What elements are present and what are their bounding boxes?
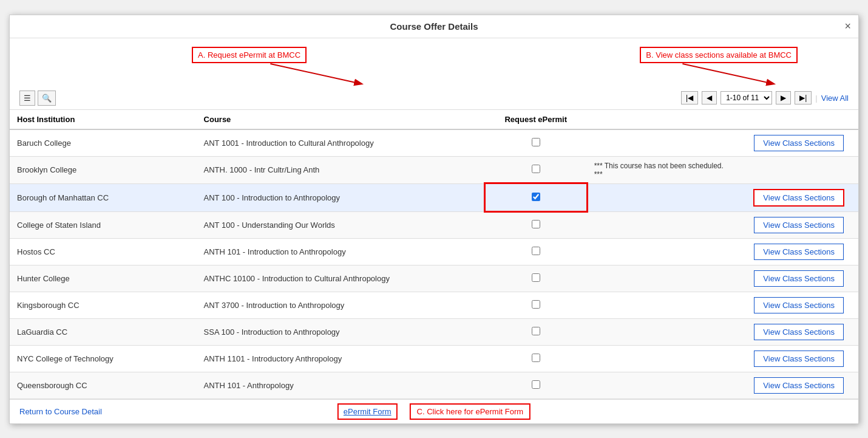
cell-permit-checkbox[interactable] xyxy=(485,292,587,318)
cell-permit-checkbox[interactable] xyxy=(485,345,587,372)
cell-permit-checkbox[interactable] xyxy=(485,318,587,345)
cell-note: *** This course has not been scheduled. … xyxy=(587,156,740,183)
cell-institution: Baruch College xyxy=(10,129,197,157)
table-row: NYC College of TechnologyANTH 1101 - Int… xyxy=(10,345,858,372)
cell-institution: Borough of Manhattan CC xyxy=(10,183,197,211)
permit-checkbox[interactable] xyxy=(532,193,540,201)
epermit-form-link[interactable]: ePermit Form xyxy=(337,403,398,420)
cell-institution: Kingsborough CC xyxy=(10,292,197,318)
cell-note xyxy=(587,372,740,399)
cell-institution: Brooklyn College xyxy=(10,156,197,183)
cell-institution: Hostos CC xyxy=(10,238,197,265)
cell-permit-checkbox[interactable] xyxy=(485,238,587,265)
cell-course: ANT 1001 - Introduction to Cultural Anth… xyxy=(197,129,485,157)
modal-header: Course Offer Details × xyxy=(10,15,858,38)
last-page-button[interactable]: ▶| xyxy=(795,91,812,104)
course-table: Host Institution Course Request ePermit … xyxy=(10,110,858,399)
table-row: Baruch CollegeANT 1001 - Introduction to… xyxy=(10,129,858,157)
cell-course: ANT 100 - Introduction to Anthropology xyxy=(197,183,485,211)
grid-icon: ☰ xyxy=(24,94,31,103)
cell-permit-checkbox[interactable] xyxy=(485,265,587,292)
header-course: Course xyxy=(197,110,485,129)
cell-action: View Class Sections xyxy=(739,345,858,372)
cell-note xyxy=(587,211,740,238)
cell-course: ANT 3700 - Introduction to Anthropology xyxy=(197,292,485,318)
view-class-sections-button[interactable]: View Class Sections xyxy=(754,217,844,233)
first-page-button[interactable]: |◀ xyxy=(681,91,698,104)
view-class-sections-button[interactable]: View Class Sections xyxy=(754,135,844,151)
table-row: Brooklyn CollegeANTH. 1000 - Intr Cultr/… xyxy=(10,156,858,183)
cell-institution: NYC College of Technology xyxy=(10,345,197,372)
permit-checkbox[interactable] xyxy=(532,380,540,389)
cell-permit-checkbox[interactable] xyxy=(485,156,587,183)
table-row: College of Staten IslandANT 100 - Unders… xyxy=(10,211,858,238)
next-page-button[interactable]: ▶ xyxy=(776,91,791,104)
prev-page-button[interactable]: ◀ xyxy=(702,91,717,104)
cell-note xyxy=(587,129,740,157)
cell-action: View Class Sections xyxy=(739,265,858,292)
annotation-c: C. Click here for ePermit Form xyxy=(410,403,531,420)
modal-container: Course Offer Details × A. Request ePermi… xyxy=(9,15,859,424)
modal-title: Course Offer Details xyxy=(390,21,478,32)
search-button[interactable]: 🔍 xyxy=(38,91,56,106)
cell-action xyxy=(739,156,858,183)
svg-line-1 xyxy=(682,64,773,84)
cell-institution: LaGuardia CC xyxy=(10,318,197,345)
toolbar: ☰ 🔍 |◀ ◀ 1-10 of 11 ▶ ▶| | View All xyxy=(10,87,858,110)
header-note xyxy=(587,110,740,129)
header-permit: Request ePermit xyxy=(485,110,587,129)
cell-action: View Class Sections xyxy=(739,318,858,345)
permit-checkbox[interactable] xyxy=(532,300,540,309)
cell-course: ANTH 101 - Anthropology xyxy=(197,372,485,399)
toolbar-left: ☰ 🔍 xyxy=(19,91,56,106)
view-all-link[interactable]: View All xyxy=(821,94,849,103)
grid-view-button[interactable]: ☰ xyxy=(19,91,35,106)
table-row: Queensborough CCANTH 101 - AnthropologyV… xyxy=(10,372,858,399)
permit-checkbox[interactable] xyxy=(532,327,540,335)
table-row: Borough of Manhattan CCANT 100 - Introdu… xyxy=(10,183,858,211)
cell-course: SSA 100 - Introduction to Anthropology xyxy=(197,318,485,345)
cell-course: ANTH. 1000 - Intr Cultr/Ling Anth xyxy=(197,156,485,183)
table-row: Kingsborough CCANT 3700 - Introduction t… xyxy=(10,292,858,318)
permit-checkbox[interactable] xyxy=(532,354,540,362)
cell-course: ANTH 1101 - Introductory Anthropology xyxy=(197,345,485,372)
cell-action: View Class Sections xyxy=(739,129,858,157)
cell-action: View Class Sections xyxy=(739,211,858,238)
cell-course: ANTHC 10100 - Introduction to Cultural A… xyxy=(197,265,485,292)
cell-permit-checkbox[interactable] xyxy=(485,372,587,399)
cell-note xyxy=(587,183,740,211)
permit-checkbox[interactable] xyxy=(532,220,540,228)
search-icon: 🔍 xyxy=(42,94,52,103)
view-class-sections-button[interactable]: View Class Sections xyxy=(754,244,844,260)
close-button[interactable]: × xyxy=(844,20,851,33)
return-to-course-detail-link[interactable]: Return to Course Detail xyxy=(19,407,102,416)
pagination-select[interactable]: 1-10 of 11 xyxy=(721,91,772,104)
table-row: LaGuardia CCSSA 100 - Introduction to An… xyxy=(10,318,858,345)
cell-note xyxy=(587,265,740,292)
toolbar-right: |◀ ◀ 1-10 of 11 ▶ ▶| | View All xyxy=(681,91,849,104)
annotation-area: A. Request ePermit at BMCC B. View class… xyxy=(10,38,858,87)
view-class-sections-button[interactable]: View Class Sections xyxy=(754,324,844,340)
cell-note xyxy=(587,345,740,372)
cell-action: View Class Sections xyxy=(739,183,858,211)
permit-checkbox[interactable] xyxy=(532,138,540,146)
view-class-sections-button[interactable]: View Class Sections xyxy=(753,189,844,207)
view-class-sections-button[interactable]: View Class Sections xyxy=(754,377,844,394)
cell-action: View Class Sections xyxy=(739,372,858,399)
view-class-sections-button[interactable]: View Class Sections xyxy=(754,297,844,313)
permit-checkbox[interactable] xyxy=(532,165,540,173)
cell-note xyxy=(587,318,740,345)
table-row: Hunter CollegeANTHC 10100 - Introduction… xyxy=(10,265,858,292)
cell-permit-checkbox[interactable] xyxy=(485,129,587,157)
permit-checkbox[interactable] xyxy=(532,247,540,255)
view-class-sections-button[interactable]: View Class Sections xyxy=(754,351,844,367)
header-institution: Host Institution xyxy=(10,110,197,129)
view-class-sections-button[interactable]: View Class Sections xyxy=(754,270,844,287)
cell-permit-checkbox[interactable] xyxy=(485,211,587,238)
permit-checkbox[interactable] xyxy=(532,273,540,282)
svg-line-0 xyxy=(270,64,361,84)
cell-course: ANT 100 - Understanding Our Worlds xyxy=(197,211,485,238)
cell-permit-checkbox[interactable] xyxy=(485,183,587,211)
table-row: Hostos CCANTH 101 - Introduction to Anth… xyxy=(10,238,858,265)
annotation-a: A. Request ePermit at BMCC xyxy=(192,47,307,63)
